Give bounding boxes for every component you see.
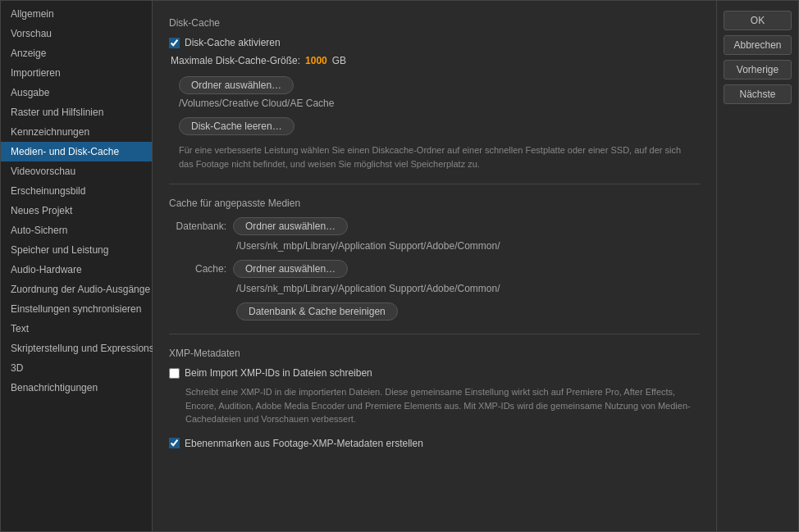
sidebar-item-benachrichtigungen[interactable]: Benachrichtigungen xyxy=(1,378,152,398)
previous-button[interactable]: Vorherige xyxy=(724,60,792,80)
xmp-title: XMP-Metadaten xyxy=(169,348,700,359)
disk-cache-checkbox[interactable] xyxy=(169,38,180,48)
sidebar-item-anzeige[interactable]: Anzeige xyxy=(1,43,152,63)
next-button[interactable]: Nächste xyxy=(724,84,792,104)
sidebar-item-3d[interactable]: 3D xyxy=(1,358,152,378)
xmp-layers-row: Ebenenmarken aus Footage-XMP-Metadaten e… xyxy=(169,438,700,449)
main-content: Disk-Cache Disk-Cache aktivieren Maximal… xyxy=(153,1,716,531)
sidebar: Allgemein Vorschau Anzeige Importieren A… xyxy=(1,1,153,531)
clean-btn[interactable]: Datenbank & Cache bereinigen xyxy=(236,302,398,321)
sidebar-item-vorschau[interactable]: Vorschau xyxy=(1,24,152,43)
sidebar-item-einstellungen-sync[interactable]: Einstellungen synchronisieren xyxy=(1,299,152,319)
xmp-write-label: Beim Import XMP-IDs in Dateien schreiben xyxy=(185,367,372,379)
disk-cache-folder-btn[interactable]: Ordner auswählen… xyxy=(179,76,294,94)
sidebar-item-text[interactable]: Text xyxy=(1,319,152,339)
sidebar-item-neues-projekt[interactable]: Neues Projekt xyxy=(1,201,152,221)
sidebar-item-audio-ausgaenge[interactable]: Zuordnung der Audio-Ausgänge xyxy=(1,280,152,299)
sidebar-item-importieren[interactable]: Importieren xyxy=(1,63,152,83)
sidebar-item-speicher-leistung[interactable]: Speicher und Leistung xyxy=(1,240,152,260)
disk-cache-info: Für eine verbesserte Leistung wählen Sie… xyxy=(179,143,687,171)
max-size-unit: GB xyxy=(332,55,346,66)
disk-cache-folder-section: Ordner auswählen… /Volumes/Creative Clou… xyxy=(179,76,700,109)
cache-path: /Users/nk_mbp/Library/Application Suppor… xyxy=(236,283,700,294)
disk-cache-clear-btn[interactable]: Disk-Cache leeren… xyxy=(179,117,294,135)
sidebar-item-videovorschau[interactable]: Videovorschau xyxy=(1,161,152,181)
cache-folder-btn[interactable]: Ordner auswählen… xyxy=(233,260,348,278)
max-size-value: 1000 xyxy=(305,55,327,66)
xmp-layers-label: Ebenenmarken aus Footage-XMP-Metadaten e… xyxy=(185,438,423,449)
cache-size-row: Maximale Disk-Cache-Größe: 1000 GB xyxy=(171,55,700,66)
right-buttons-panel: OK Abbrechen Vorherige Nächste xyxy=(716,1,798,531)
sidebar-item-medien-disk-cache[interactable]: Medien- und Disk-Cache xyxy=(1,142,152,161)
sidebar-item-auto-sichern[interactable]: Auto-Sichern xyxy=(1,221,152,240)
max-size-label: Maximale Disk-Cache-Größe: xyxy=(171,55,300,66)
xmp-write-desc: Schreibt eine XMP-ID in die importierten… xyxy=(185,385,694,426)
divider-2 xyxy=(169,334,700,334)
sidebar-item-audio-hardware[interactable]: Audio-Hardware xyxy=(1,260,152,280)
cancel-button[interactable]: Abbrechen xyxy=(724,35,792,55)
media-cache-title: Cache für angepasste Medien xyxy=(169,198,700,209)
sidebar-item-raster[interactable]: Raster und Hilfslinien xyxy=(1,102,152,122)
ok-button[interactable]: OK xyxy=(724,11,792,30)
db-row: Datenbank: Ordner auswählen… xyxy=(169,217,700,235)
db-folder-btn[interactable]: Ordner auswählen… xyxy=(233,217,348,235)
disk-cache-folder-path: /Volumes/Creative Cloud/AE Cache xyxy=(179,98,700,109)
db-label: Datenbank: xyxy=(169,221,226,232)
disk-cache-enable-row: Disk-Cache aktivieren xyxy=(169,37,700,48)
cache-row: Cache: Ordner auswählen… xyxy=(169,260,700,278)
disk-cache-title: Disk-Cache xyxy=(169,17,700,29)
divider-1 xyxy=(169,184,700,184)
xmp-layers-checkbox[interactable] xyxy=(169,438,180,448)
clean-btn-section: Datenbank & Cache bereinigen xyxy=(236,302,700,321)
cache-label: Cache: xyxy=(169,263,226,275)
disk-cache-clear-section: Disk-Cache leeren… xyxy=(179,117,700,135)
db-path: /Users/nk_mbp/Library/Application Suppor… xyxy=(236,240,700,252)
disk-cache-enable-label: Disk-Cache aktivieren xyxy=(185,37,281,48)
sidebar-item-erscheinungsbild[interactable]: Erscheinungsbild xyxy=(1,181,152,201)
xmp-write-row: Beim Import XMP-IDs in Dateien schreiben xyxy=(169,367,700,379)
xmp-write-checkbox[interactable] xyxy=(169,368,180,379)
sidebar-item-ausgabe[interactable]: Ausgabe xyxy=(1,83,152,102)
sidebar-item-skripterstellung[interactable]: Skripterstellung und Expressions xyxy=(1,339,152,358)
sidebar-item-allgemein[interactable]: Allgemein xyxy=(1,4,152,24)
sidebar-item-kennzeichnungen[interactable]: Kennzeichnungen xyxy=(1,122,152,142)
